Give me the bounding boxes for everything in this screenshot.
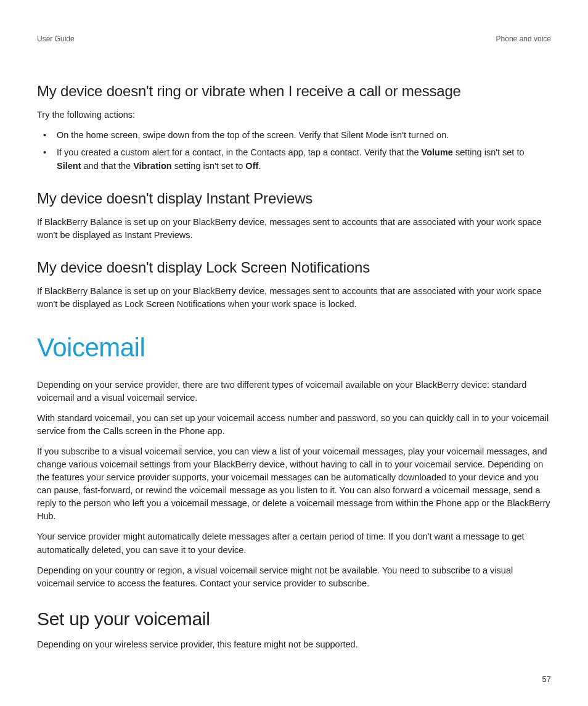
voicemail-p4: Your service provider might automaticall… bbox=[37, 530, 551, 556]
text-fragment: . bbox=[258, 161, 261, 171]
bold-vibration: Vibration bbox=[133, 161, 172, 171]
section-ring-intro: Try the following actions: bbox=[37, 109, 551, 121]
page-number: 57 bbox=[542, 675, 551, 684]
voicemail-p3: If you subscribe to a visual voicemail s… bbox=[37, 445, 551, 523]
text-fragment: setting isn't set to bbox=[453, 147, 525, 157]
setup-voicemail-title: Set up your voicemail bbox=[37, 609, 551, 630]
section-ring-title: My device doesn't ring or vibrate when I… bbox=[37, 83, 551, 100]
section-instant-title: My device doesn't display Instant Previe… bbox=[37, 190, 551, 207]
setup-voicemail-body: Depending on your wireless service provi… bbox=[37, 638, 551, 651]
section-lock-body: If BlackBerry Balance is set up on your … bbox=[37, 285, 551, 311]
voicemail-title: Voicemail bbox=[37, 333, 551, 363]
section-instant-body: If BlackBerry Balance is set up on your … bbox=[37, 216, 551, 242]
bold-volume: Volume bbox=[422, 147, 453, 157]
page-header: User Guide Phone and voice bbox=[37, 35, 551, 43]
section-lock-title: My device doesn't display Lock Screen No… bbox=[37, 259, 551, 276]
bullet-item: If you created a custom alert for a cont… bbox=[52, 146, 551, 173]
bold-silent: Silent bbox=[57, 161, 81, 171]
header-right: Phone and voice bbox=[496, 35, 551, 43]
bold-off: Off bbox=[245, 161, 258, 171]
bullet-item: On the home screen, swipe down from the … bbox=[52, 129, 551, 142]
text-fragment: setting isn't set to bbox=[172, 161, 246, 171]
text-fragment: If you created a custom alert for a cont… bbox=[57, 147, 422, 157]
text-fragment: and that the bbox=[81, 161, 133, 171]
header-left: User Guide bbox=[37, 35, 75, 43]
voicemail-p2: With standard voicemail, you can set up … bbox=[37, 412, 551, 438]
voicemail-p1: Depending on your service provider, ther… bbox=[37, 379, 551, 404]
voicemail-p5: Depending on your country or region, a v… bbox=[37, 564, 551, 590]
section-ring-bullets: On the home screen, swipe down from the … bbox=[37, 129, 551, 173]
